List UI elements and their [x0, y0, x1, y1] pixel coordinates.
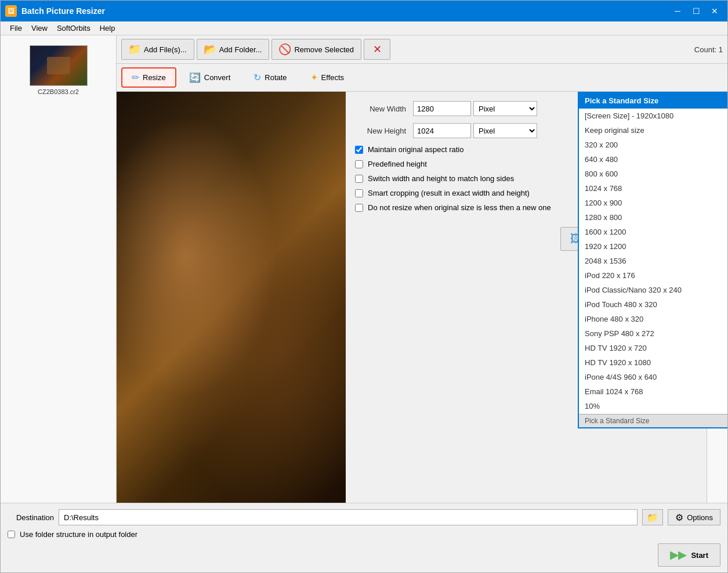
toolbar: 📁 Add File(s)... 📂 Add Folder... 🚫 Remov…: [117, 35, 727, 64]
tab-rotate[interactable]: ↻ Rotate: [243, 67, 297, 88]
close-button[interactable]: ✕: [707, 3, 723, 19]
destination-input[interactable]: [59, 509, 638, 525]
preview-panel: [117, 92, 346, 503]
content-area: New Width Pixel % New Height Pixel %: [117, 92, 727, 503]
dropdown-item-screen[interactable]: [Screen Size] - 1920x1080: [579, 109, 727, 123]
file-list: CZ2B0383.cr2: [1, 35, 116, 503]
title-bar: 🖼 Batch Picture Resizer ─ ☐ ✕: [1, 1, 727, 21]
dropdown-item-email[interactable]: Email 1024 x 768: [579, 384, 727, 399]
preview-image: [117, 92, 346, 503]
add-folder-icon: 📂: [204, 44, 216, 55]
smart-crop-checkbox[interactable]: [355, 189, 363, 197]
dropdown-title: Pick a Standard Size: [585, 96, 658, 105]
file-thumbnail[interactable]: CZ2B0383.cr2: [5, 40, 111, 100]
menu-bar: File View SoftOrbits Help: [1, 21, 727, 35]
add-files-button[interactable]: 📁 Add File(s)...: [121, 39, 194, 60]
add-folder-label: Add Folder...: [219, 45, 262, 54]
height-unit-select[interactable]: Pixel %: [473, 123, 537, 138]
destination-label: Destination: [8, 513, 54, 522]
tab-effects[interactable]: ✦ Effects: [300, 67, 355, 88]
remove-icon: 🚫: [279, 44, 291, 55]
dropdown-item-1920x1200[interactable]: 1920 x 1200: [579, 239, 727, 254]
dropdown-item-1280x800[interactable]: 1280 x 800: [579, 210, 727, 225]
window-controls: ─ ☐ ✕: [669, 3, 723, 19]
main-window: 🖼 Batch Picture Resizer ─ ☐ ✕ File View …: [0, 0, 728, 573]
dropdown-item-iphone[interactable]: iPhone 480 x 320: [579, 312, 727, 326]
switch-dimensions-label: Switch width and height to match long si…: [368, 174, 514, 183]
tab-convert[interactable]: 🔄 Convert: [179, 67, 241, 88]
add-files-label: Add File(s)...: [144, 45, 187, 54]
browse-destination-button[interactable]: 📁: [642, 509, 663, 525]
dropdown-item-iphone4[interactable]: iPone 4/4S 960 x 640: [579, 370, 727, 384]
window-title: Batch Picture Resizer: [21, 6, 669, 16]
options-button[interactable]: ⚙ Options: [668, 509, 720, 525]
dropdown-item-1024x768[interactable]: 1024 x 768: [579, 181, 727, 196]
dropdown-item-10pct[interactable]: 10%: [579, 399, 727, 413]
standard-size-dropdown: Pick a Standard Size [Screen Size] - 192…: [578, 92, 727, 428]
rotate-tab-label: Rotate: [265, 73, 287, 82]
folder-structure-row: Use folder structure in output folder: [8, 530, 720, 539]
predefined-height-checkbox[interactable]: [355, 160, 363, 168]
start-label: Start: [691, 551, 708, 560]
file-name: CZ2B0383.cr2: [38, 88, 79, 95]
thumbnail-image: [30, 45, 88, 86]
effects-tab-label: Effects: [321, 73, 345, 82]
remove-label: Remove Selected: [294, 45, 354, 54]
menu-view[interactable]: View: [27, 23, 52, 34]
remove-selected-button[interactable]: 🚫 Remove Selected: [271, 39, 361, 60]
dropdown-list[interactable]: [Screen Size] - 1920x1080 Keep original …: [579, 109, 727, 414]
add-files-icon: 📁: [129, 44, 140, 55]
width-label: New Width: [355, 104, 413, 113]
dropdown-item-800x600[interactable]: 800 x 600: [579, 167, 727, 181]
dropdown-item-ipod[interactable]: iPod 220 x 176: [579, 268, 727, 283]
start-row: ▶▶ Start: [8, 543, 720, 567]
tab-resize[interactable]: ✏ Resize: [121, 67, 176, 88]
folder-structure-checkbox[interactable]: [8, 531, 15, 538]
dropdown-item-1600x1200[interactable]: 1600 x 1200: [579, 225, 727, 239]
dropdown-item-ipod-classic[interactable]: iPod Classic/Nano 320 x 240: [579, 283, 727, 297]
tabs-bar: ✏ Resize 🔄 Convert ↻ Rotate ✦ Effects: [117, 64, 727, 92]
resize-tab-icon: ✏: [132, 72, 139, 83]
file-list-panel: CZ2B0383.cr2: [1, 35, 117, 503]
width-unit-select[interactable]: Pixel %: [473, 101, 537, 116]
add-folder-button[interactable]: 📂 Add Folder...: [197, 39, 270, 60]
dropdown-item-hdtv1080[interactable]: HD TV 1920 x 1080: [579, 355, 727, 370]
rotate-tab-icon: ↻: [253, 72, 261, 83]
dropdown-item-2048x1536[interactable]: 2048 x 1536: [579, 254, 727, 268]
clear-button[interactable]: ✕: [364, 39, 390, 60]
maximize-button[interactable]: ☐: [688, 3, 704, 19]
height-label: New Height: [355, 127, 413, 135]
bottom-bar: Destination 📁 ⚙ Options Use folder struc…: [1, 503, 727, 572]
start-arrow-icon: ▶▶: [670, 549, 686, 561]
app-icon: 🖼: [5, 5, 17, 17]
options-label: Options: [687, 513, 713, 522]
switch-dimensions-checkbox[interactable]: [355, 175, 363, 183]
no-resize-label: Do not resize when original size is less…: [368, 203, 551, 212]
start-button[interactable]: ▶▶ Start: [658, 543, 720, 567]
dropdown-header: Pick a Standard Size: [579, 93, 727, 109]
minimize-button[interactable]: ─: [669, 3, 686, 19]
maintain-aspect-checkbox[interactable]: [355, 146, 363, 154]
gear-icon: ⚙: [675, 512, 683, 523]
dropdown-item-640x480[interactable]: 640 x 480: [579, 152, 727, 167]
width-input[interactable]: [413, 101, 471, 116]
dropdown-item-psp[interactable]: Sony PSP 480 x 272: [579, 326, 727, 341]
clear-icon: ✕: [371, 44, 383, 55]
right-panel: 📁 Add File(s)... 📂 Add Folder... 🚫 Remov…: [117, 35, 727, 503]
dropdown-footer: Pick a Standard Size: [579, 414, 727, 427]
dropdown-item-original[interactable]: Keep original size: [579, 123, 727, 138]
menu-file[interactable]: File: [5, 23, 27, 34]
dropdown-item-320x200[interactable]: 320 x 200: [579, 138, 727, 152]
menu-softorbits[interactable]: SoftOrbits: [52, 23, 95, 34]
no-resize-checkbox[interactable]: [355, 204, 363, 212]
maintain-aspect-label: Maintain original aspect ratio: [368, 145, 463, 154]
dropdown-item-hdtv720[interactable]: HD TV 1920 x 720: [579, 341, 727, 355]
menu-help[interactable]: Help: [95, 23, 120, 34]
dropdown-item-ipod-touch[interactable]: iPod Touch 480 x 320: [579, 297, 727, 312]
folder-open-icon: 📁: [647, 512, 658, 523]
height-input[interactable]: [413, 123, 471, 138]
dropdown-item-1200x900[interactable]: 1200 x 900: [579, 196, 727, 210]
effects-tab-icon: ✦: [310, 72, 318, 83]
convert-tab-icon: 🔄: [189, 72, 201, 83]
convert-tab-label: Convert: [204, 73, 231, 82]
